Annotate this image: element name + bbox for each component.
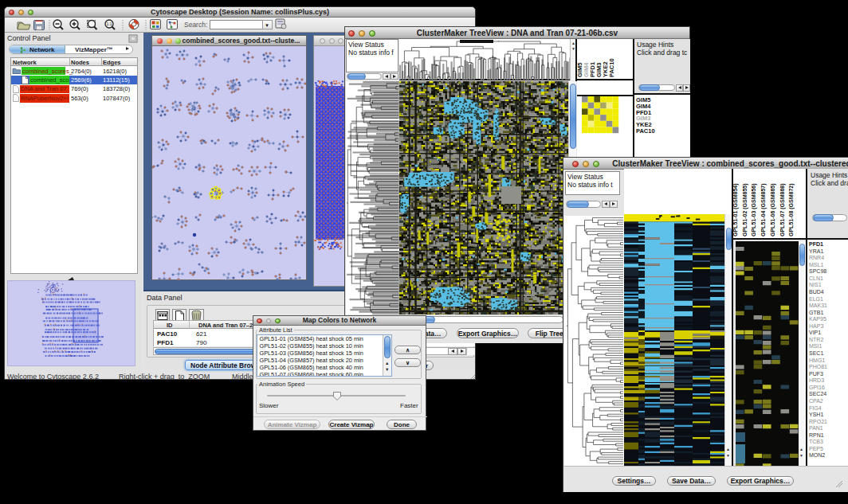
svg-text:1:1: 1:1 <box>107 21 112 26</box>
